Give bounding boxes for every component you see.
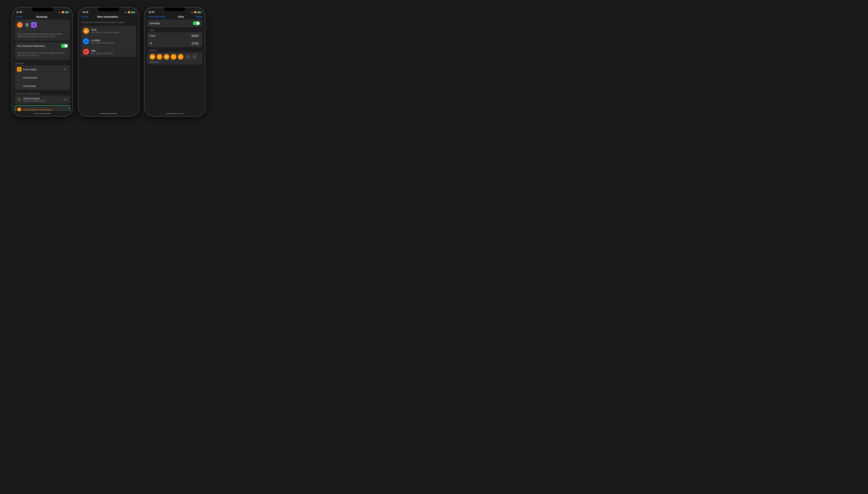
page-title-2: New Automation: [97, 15, 118, 18]
smart-activation-chevron: ›: [67, 98, 68, 101]
smart-activation-value: Off: [64, 98, 66, 101]
app-automation-icon: ❖: [83, 49, 89, 55]
back-new-automation-button[interactable]: ‹ New Automation: [148, 15, 166, 18]
notch-1: [32, 7, 53, 11]
scroll-content-2: Choose when you want the automation to h…: [78, 20, 139, 111]
phone-2: 10:38 ▪▪▪ 🛜 Cancel New Automation Choose…: [78, 7, 139, 116]
battery-icon-3: [197, 12, 201, 13]
app-icon-podcasts: 🎙: [31, 22, 37, 28]
time-sensitive-row[interactable]: Time-Sensitive Notifications: [15, 42, 70, 50]
smart-activation-row[interactable]: ⏻ Smart Activation Turns on at opportune…: [15, 95, 70, 104]
status-time-2: 10:38: [82, 11, 88, 14]
day-friday[interactable]: F: [178, 54, 184, 60]
back-focus-button[interactable]: ‹ Focus: [15, 15, 23, 18]
home-screen-chevron: ›: [67, 76, 68, 79]
battery-icon-1: [65, 12, 69, 13]
screen-1: ‹ Focus Studying 📓 🎙 Allow calls and not…: [12, 15, 73, 116]
repeat-section-label: REPEAT: [147, 49, 202, 52]
side-btn2-vol-down: [78, 45, 78, 53]
allowed-contacts-group: 📓 🎙 Allow calls and notifications from p…: [15, 20, 70, 41]
home-indicator-3: [166, 113, 184, 114]
day-thursday[interactable]: T: [171, 54, 176, 60]
day-saturday[interactable]: S: [185, 54, 191, 60]
home-indicator-1: [34, 113, 51, 114]
time-auto-label: Time: [91, 28, 133, 31]
app-auto-subtitle: E.g. "When I open Books": [91, 52, 133, 54]
cancel-button[interactable]: Cancel: [81, 15, 89, 18]
turn-on-section-label: TURN ON AUTOMATICALLY: [15, 91, 70, 95]
focus-status-content: Focus Status: [23, 68, 64, 71]
smart-activation-sub: Turns on at opportune times: [23, 100, 64, 102]
focus-status-icon: 👁: [17, 67, 21, 72]
page-title-3: Time: [178, 15, 184, 18]
home-bar-3: [144, 111, 205, 116]
done-button[interactable]: Done: [196, 15, 202, 18]
time-section-label: TIME: [147, 28, 202, 32]
days-group: M T W T F S S Weekdays: [147, 52, 202, 64]
lock-screen-row[interactable]: 📱 Lock Screen ›: [15, 82, 70, 90]
focus-status-label: Focus Status: [23, 68, 64, 71]
location-auto-content: Location E.g. "When I arrive at Work": [91, 39, 133, 44]
options-section-label: OPTIONS: [15, 61, 70, 65]
scroll-content-1: 📓 🎙 Allow calls and notifications from p…: [12, 20, 73, 111]
lock-screen-chevron: ›: [67, 85, 68, 87]
automation-app-row[interactable]: ❖ App E.g. "When I open Books" ›: [81, 46, 136, 57]
schedule-group: Schedule: [147, 20, 202, 27]
side-btn2-vol-up: [78, 36, 78, 43]
status-icons-1: ▪▪▪ 🛜: [59, 11, 69, 14]
time-auto-content: Time E.g. "From 12:30 pm to 2:30 pm": [91, 28, 133, 34]
side-btn3-mute: [144, 28, 144, 34]
page-title-1: Studying: [36, 15, 47, 18]
day-tuesday[interactable]: T: [157, 54, 162, 60]
home-screen-label: Home Screen: [23, 76, 67, 79]
add-schedule-button[interactable]: + Add Schedule or Automation: [15, 105, 70, 111]
from-label: From: [150, 34, 190, 37]
signal-icon-3: ▪▪▪: [191, 11, 193, 14]
day-wednesday[interactable]: W: [164, 54, 169, 60]
add-icon: +: [17, 108, 21, 111]
day-sunday[interactable]: S: [192, 54, 198, 60]
to-row[interactable]: To 17:00: [147, 40, 202, 47]
focus-status-right: On ›: [63, 68, 68, 71]
automation-location-row[interactable]: ➤ Location E.g. "When I arrive at Work" …: [81, 36, 136, 46]
add-schedule-label: Add Schedule or Automation: [23, 108, 52, 111]
schedule-toggle[interactable]: [193, 21, 200, 25]
notification-desc: Allow calls and notifications from peopl…: [17, 33, 68, 39]
automation-options-group: ⏰ Time E.g. "From 12:30 pm to 2:30 pm" ›…: [81, 26, 136, 57]
wifi-icon-1: 🛜: [62, 11, 64, 14]
nav-bar-1: ‹ Focus Studying: [12, 15, 73, 20]
focus-status-row[interactable]: 👁 Focus Status On ›: [15, 65, 70, 74]
schedule-row: Schedule: [147, 20, 202, 27]
smart-activation-icon: ⏻: [17, 97, 21, 102]
options-group: 👁 Focus Status On › 📱 Home Screen ›: [15, 65, 70, 90]
side-btn-mute: [12, 28, 12, 34]
allowed-row: 📓 🎙: [15, 20, 70, 31]
wifi-icon-2: 🛜: [128, 11, 130, 14]
avatar-row: 📓 🎙: [17, 21, 37, 29]
smart-activation-content: Smart Activation Turns on at opportune t…: [23, 97, 64, 102]
home-bar-1: [12, 111, 73, 116]
home-screen-row[interactable]: 📱 Home Screen ›: [15, 74, 70, 82]
from-row[interactable]: From 09:00: [147, 32, 202, 40]
days-row: M T W T F S S: [147, 52, 202, 61]
day-monday[interactable]: M: [150, 54, 155, 60]
from-value: 09:00: [190, 34, 200, 38]
automation-time-row[interactable]: ⏰ Time E.g. "From 12:30 pm to 2:30 pm" ›: [81, 26, 136, 36]
back-chevron-icon: ‹: [15, 15, 16, 18]
back-chevron-icon-3: ‹: [148, 15, 148, 18]
side-btn2-mute: [78, 28, 78, 34]
notch-2: [98, 7, 119, 11]
time-sensitive-content: Time-Sensitive Notifications: [17, 45, 61, 47]
status-icons-3: ▪▪▪ 🛜: [191, 11, 201, 14]
focus-status-value: On: [63, 68, 66, 71]
side-btn3-vol-up: [144, 36, 144, 43]
time-sensitive-toggle[interactable]: [61, 44, 68, 48]
smart-activation-right: Off ›: [64, 98, 68, 101]
side-btn-vol-down: [12, 45, 12, 53]
app-auto-content: App E.g. "When I open Books": [91, 49, 133, 54]
status-time-1: 10:38: [16, 11, 22, 14]
home-screen-content: Home Screen: [23, 76, 67, 79]
home-bar-2: [78, 111, 139, 116]
side-btn-vol-up: [12, 36, 12, 43]
lock-screen-icon: 📱: [17, 83, 21, 88]
